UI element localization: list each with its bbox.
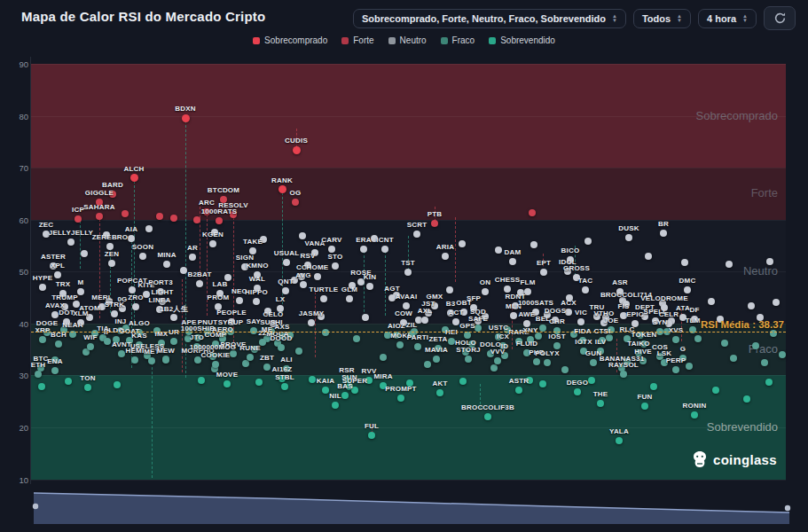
scatter-point-label: RAYSOL	[608, 361, 639, 369]
scatter-point[interactable]	[530, 241, 537, 248]
scatter-point[interactable]	[198, 377, 205, 384]
scatter-point[interactable]	[770, 330, 777, 337]
scatter-point[interactable]	[353, 335, 360, 342]
scatter-point-label: SYN	[652, 318, 667, 326]
scatter-point[interactable]	[761, 359, 768, 366]
scatter-point[interactable]	[459, 240, 466, 247]
scatter-point[interactable]	[67, 239, 75, 246]
scatter-point[interactable]	[433, 356, 440, 363]
scatter-point-label: VIC	[575, 309, 587, 317]
scatter-point[interactable]	[625, 234, 632, 241]
scatter-point-label: ENA	[47, 357, 63, 365]
scatter-point[interactable]	[436, 389, 443, 396]
scatter-point[interactable]	[582, 286, 589, 293]
scatter-point[interactable]	[748, 302, 755, 309]
scatter-point[interactable]	[465, 356, 472, 363]
scatter-point[interactable]	[766, 258, 773, 265]
scatter-point[interactable]	[39, 284, 46, 291]
scatter-point[interactable]	[672, 366, 679, 373]
scatter-point[interactable]	[332, 262, 339, 270]
scatter-point[interactable]	[431, 220, 438, 227]
scatter-point[interactable]	[145, 225, 153, 232]
scatter-point[interactable]	[765, 379, 773, 386]
scatter-point[interactable]	[247, 354, 254, 361]
scatter-point[interactable]	[51, 311, 59, 318]
scatter-point[interactable]	[65, 378, 72, 385]
scatter-point[interactable]	[300, 281, 307, 288]
scatter-point-label: FLM	[520, 278, 535, 286]
scatter-point[interactable]	[620, 371, 627, 378]
scatter-point[interactable]	[708, 298, 715, 305]
scatter-point[interactable]	[122, 210, 129, 217]
scatter-point[interactable]	[322, 387, 329, 394]
scatter-point[interactable]	[328, 246, 335, 253]
scatter-point[interactable]	[38, 383, 45, 390]
scatter-point[interactable]	[132, 303, 139, 310]
scatter-point[interactable]	[114, 381, 121, 388]
timeline-navigator[interactable]	[0, 483, 808, 532]
scatter-point-label: DOOD	[271, 334, 293, 342]
scatter-point[interactable]	[212, 361, 219, 368]
scatter-point[interactable]	[510, 312, 517, 319]
scatter-point[interactable]	[660, 230, 667, 237]
scatter-point[interactable]	[263, 364, 271, 371]
scatter-point[interactable]	[404, 269, 412, 276]
scatter-point[interactable]	[752, 342, 759, 349]
scatter-point[interactable]	[606, 334, 613, 341]
scatter-point[interactable]	[574, 388, 581, 395]
scatter-point[interactable]	[87, 343, 94, 350]
scatter-point[interactable]	[130, 174, 138, 182]
scatter-point-label: GPS	[459, 322, 475, 330]
scatter-point[interactable]	[380, 354, 387, 361]
scatter-point[interactable]	[490, 364, 498, 372]
scatter-point[interactable]	[108, 260, 115, 267]
scatter-point[interactable]	[721, 340, 728, 347]
scatter-point-label: ALI	[280, 356, 293, 364]
scatter-point[interactable]	[484, 413, 491, 420]
scatter-point[interactable]	[309, 376, 316, 383]
scatter-point[interactable]	[308, 319, 315, 326]
scatter-point[interactable]	[515, 387, 522, 394]
scatter-point[interactable]	[565, 309, 572, 316]
scatter-point-label: MERL	[91, 293, 112, 301]
scatter-point[interactable]	[588, 377, 595, 384]
scatter-point[interactable]	[691, 411, 698, 419]
scatter-point[interactable]	[278, 185, 286, 193]
scatter-point[interactable]	[403, 302, 410, 309]
scatter-point[interactable]	[182, 114, 190, 122]
scatter-point[interactable]	[590, 359, 597, 366]
scatter-point[interactable]	[743, 395, 750, 403]
scatter-point[interactable]	[650, 383, 657, 390]
scatter-point[interactable]	[54, 271, 61, 278]
scatter-point[interactable]	[281, 383, 288, 390]
scatter-point[interactable]	[250, 327, 257, 334]
scatter-point[interactable]	[295, 348, 302, 355]
gridline	[31, 375, 786, 376]
scatter-point[interactable]	[170, 215, 177, 222]
scatter-point[interactable]	[597, 400, 604, 407]
scatter-point[interactable]	[561, 366, 569, 373]
scatter-point[interactable]	[104, 338, 111, 345]
scatter-point[interactable]	[641, 403, 648, 410]
scatter-point[interactable]	[180, 267, 187, 274]
scatter-point[interactable]	[51, 367, 59, 374]
scatter-point[interactable]	[148, 357, 155, 364]
scatter-point[interactable]	[672, 336, 679, 343]
scatter-point-label: ICNT	[376, 236, 393, 244]
scatter-point[interactable]	[224, 380, 231, 387]
scatter-point[interactable]	[577, 318, 584, 325]
scatter-point[interactable]	[242, 360, 249, 367]
scatter-point[interactable]	[293, 146, 301, 154]
scatter-point[interactable]	[282, 287, 289, 294]
scatter-point-label: CHR	[549, 317, 565, 325]
scatter-point-label: SAY	[247, 317, 261, 325]
scatter-point[interactable]	[494, 357, 501, 364]
scatter-point[interactable]	[39, 336, 46, 343]
scatter-point[interactable]	[553, 342, 561, 349]
scatter-point[interactable]	[533, 358, 540, 365]
scatter-point[interactable]	[779, 351, 786, 358]
scatter-point[interactable]	[170, 338, 177, 345]
scatter-point[interactable]	[681, 259, 688, 266]
scatter-point[interactable]	[459, 378, 467, 385]
scatter-point[interactable]	[255, 379, 263, 386]
